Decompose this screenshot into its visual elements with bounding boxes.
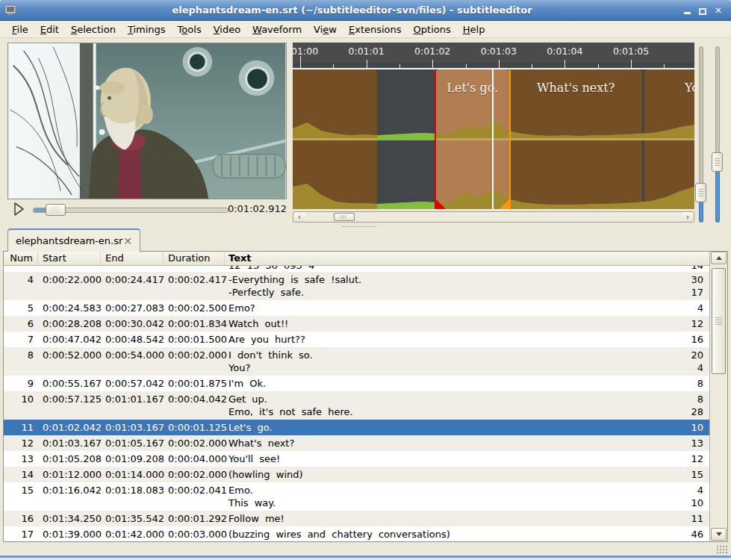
scroll-up-icon[interactable] [711, 252, 727, 264]
table-body: 12 13 36 093 41440:00:22.0000:00:24.4170… [4, 266, 709, 541]
ruler-halftick [333, 64, 334, 68]
scroll-down-icon[interactable] [711, 528, 727, 541]
ruler-halftick [664, 64, 665, 68]
ruler-halftick [399, 64, 400, 68]
menu-edit[interactable]: Edit [34, 22, 65, 37]
cell-num: 8 [4, 347, 38, 363]
menu-bar: FileEditSelectionTimingsToolsVideoWavefo… [0, 21, 731, 38]
video-still [8, 43, 286, 199]
table-row-partial[interactable]: 12 13 36 093 414 [4, 266, 709, 272]
table-row-4[interactable]: 40:00:22.0000:00:24.4170:00:02.417-Every… [4, 272, 709, 300]
waveform-panel[interactable]: Let's go.What's next?You'll see! 0:01:00… [293, 43, 694, 209]
cell-text: Emo.This way. [225, 482, 669, 511]
cell-duration: 0:00:01.500 [164, 332, 225, 347]
cell-text: Let's go. [225, 420, 669, 435]
header-start[interactable]: Start [38, 252, 101, 265]
cell-num: 17 [4, 526, 38, 541]
cell-num: 10 [4, 391, 38, 407]
end-marker-icon [500, 199, 510, 209]
ruler-tick [564, 60, 565, 68]
table-row-15[interactable]: 150:01:16.0420:01:18.0830:00:02.041Emo.T… [4, 482, 709, 511]
cell-start: 0:00:52.000 [38, 347, 101, 363]
ruler-tick-label: 0:01:01 [349, 46, 385, 57]
cell-duration: 0:00:03.000 [164, 526, 225, 541]
header-duration[interactable]: Duration [164, 252, 225, 265]
cell-charcount: 4 [669, 300, 709, 316]
cell-text: Follow me! [225, 511, 669, 526]
menu-video[interactable]: Video [208, 22, 246, 37]
table-row-6[interactable]: 60:00:28.2080:00:30.0420:00:01.834Watch … [4, 316, 709, 332]
waveform-hscrollbar[interactable]: ‹ › [293, 211, 694, 223]
cell-charcount: 15 [669, 467, 709, 482]
scroll-left-icon[interactable]: ‹ [293, 212, 305, 222]
scroll-right-icon[interactable]: › [682, 212, 694, 222]
vscrollbar-thumb[interactable] [712, 268, 726, 374]
header-text[interactable]: Text [225, 252, 709, 265]
cell-text: Get up.Emo, it's not safe here. [225, 391, 669, 420]
tab-close-icon[interactable]: ✕ [123, 236, 132, 246]
table-row-16[interactable]: 160:01:34.2500:01:35.5420:00:01.292Follo… [4, 511, 709, 526]
window-bottom-edge [0, 556, 731, 558]
cell-end: 0:00:24.417 [101, 272, 164, 287]
cell-duration: 0:00:02.500 [164, 300, 225, 316]
menu-file[interactable]: File [6, 22, 34, 37]
cell-duration: 0:00:02.000 [164, 347, 225, 363]
table-vscrollbar[interactable] [709, 252, 727, 541]
table-row-10[interactable]: 100:00:57.1250:01:01.1670:00:04.042Get u… [4, 391, 709, 420]
cell-charcount: 410 [669, 482, 709, 511]
cell-start: 0:01:39.000 [38, 526, 101, 541]
cell-duration: 0:00:02.000 [164, 435, 225, 451]
cell-duration: 0:00:02.417 [164, 272, 225, 287]
menu-waveform[interactable]: Waveform [246, 22, 308, 37]
table-row-11[interactable]: 110:01:02.0420:01:03.1670:00:01.125Let's… [4, 420, 709, 435]
cell-start: 0:01:16.042 [38, 482, 101, 498]
region-end-handle[interactable] [509, 68, 511, 209]
ruler-tick [499, 60, 500, 68]
ruler-tick-label: 0:01:05 [613, 46, 649, 57]
document-tab[interactable]: elephantsdream-en.srt ✕ [7, 228, 140, 252]
cell-text: You'll see! [225, 451, 669, 467]
close-button[interactable]: ✕ [713, 5, 724, 16]
header-end[interactable]: End [101, 252, 164, 265]
cell-text: Emo? [225, 300, 669, 316]
table-row-7[interactable]: 70:00:47.0420:00:48.5420:00:01.500Are yo… [4, 332, 709, 347]
menu-extensions[interactable]: Extensions [343, 22, 408, 37]
cell-end: 0:01:09.208 [101, 451, 164, 467]
cell-num: 13 [4, 451, 38, 467]
menu-help[interactable]: Help [457, 22, 491, 37]
cell-text: Are you hurt?? [225, 332, 669, 347]
waveform-ruler[interactable]: 0:01:000:01:010:01:020:01:030:01:040:01:… [293, 43, 694, 63]
window-title: elephantsdream-en.srt (~/subtitleeditor-… [22, 4, 682, 16]
header-num[interactable]: Num [4, 252, 38, 265]
menu-selection[interactable]: Selection [65, 22, 122, 37]
zoom-slider-thumb[interactable] [695, 183, 706, 202]
cell-start: 0:01:03.167 [38, 435, 101, 451]
play-button[interactable] [10, 201, 27, 217]
cell-end: 0:01:18.083 [101, 482, 164, 498]
cell-start: 0:00:57.125 [38, 391, 101, 407]
tab-label: elephantsdream-en.srt [16, 235, 123, 246]
table-row-12[interactable]: 120:01:03.1670:01:05.1670:00:02.000What'… [4, 435, 709, 451]
cell-duration: 0:00:01.834 [164, 316, 225, 332]
menu-options[interactable]: Options [408, 22, 457, 37]
minimize-button[interactable] [682, 5, 692, 16]
cell-start: 0:01:12.000 [38, 467, 101, 482]
table-row-17[interactable]: 170:01:39.0000:01:42.0000:00:03.000(buzz… [4, 526, 709, 541]
table-row-9[interactable]: 90:00:55.1670:00:57.0420:00:01.875I'm Ok… [4, 376, 709, 391]
table-row-14[interactable]: 140:01:12.0000:01:14.0000:00:02.000(howl… [4, 467, 709, 482]
seek-slider-thumb[interactable] [46, 204, 66, 216]
table-row-13[interactable]: 130:01:05.2080:01:09.2080:00:04.000You'l… [4, 451, 709, 467]
cell-text: Watch out!! [225, 316, 669, 332]
cell-text: (buzzing wires and chattery conversation… [225, 526, 669, 541]
menu-view[interactable]: View [308, 22, 343, 37]
menu-tools[interactable]: Tools [172, 22, 208, 37]
table-row-8[interactable]: 80:00:52.0000:00:54.0000:00:02.000I don'… [4, 347, 709, 376]
table-row-5[interactable]: 50:00:24.5830:00:27.0830:00:02.500Emo?4 [4, 300, 709, 316]
scale-slider-fill [715, 171, 720, 223]
resize-grip-icon[interactable] [716, 545, 727, 554]
maximize-button[interactable] [697, 5, 708, 16]
menu-timings[interactable]: Timings [122, 22, 172, 37]
cell-text: I don't think so.You? [225, 347, 669, 376]
hscrollbar-thumb[interactable] [334, 213, 355, 221]
scale-slider-thumb[interactable] [712, 152, 723, 172]
